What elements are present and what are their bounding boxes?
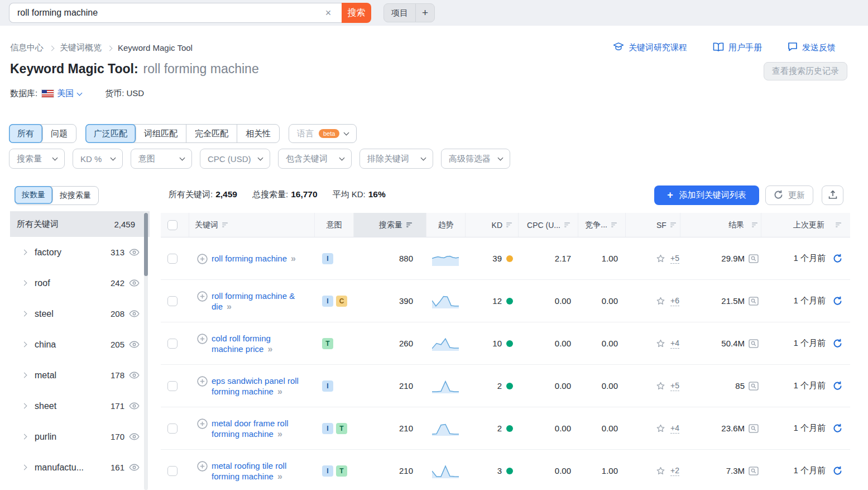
refresh-icon[interactable] xyxy=(833,381,842,391)
expand-keyword-icon[interactable]: » xyxy=(277,387,282,396)
database-select[interactable]: 美国 xyxy=(57,88,81,99)
star-icon[interactable] xyxy=(656,382,665,391)
sort-icon[interactable] xyxy=(611,222,618,228)
sidebar-item-manufactu[interactable]: manufactu...161 xyxy=(10,452,150,483)
tab-完全匹配[interactable]: 完全匹配 xyxy=(186,125,237,142)
keyword-link[interactable]: roll forming machine xyxy=(212,254,287,263)
sidebar-item-metal[interactable]: metal178 xyxy=(10,360,150,391)
sidebar-item-purlin[interactable]: purlin170 xyxy=(10,421,150,452)
sidebar-item-roof[interactable]: roof242 xyxy=(10,268,150,298)
row-checkbox[interactable] xyxy=(167,424,178,434)
refresh-icon[interactable] xyxy=(833,424,842,433)
add-keyword-icon[interactable] xyxy=(197,291,208,302)
breadcrumb-item[interactable]: 信息中心 xyxy=(10,42,44,53)
expand-keyword-icon[interactable]: » xyxy=(277,472,282,481)
row-checkbox[interactable] xyxy=(167,466,178,476)
sf-count-link[interactable]: +2 xyxy=(670,466,679,476)
row-checkbox[interactable] xyxy=(167,339,178,349)
column-header-4[interactable]: 趋势 xyxy=(426,213,465,237)
sf-count-link[interactable]: +4 xyxy=(670,339,679,349)
filter-dropdown[interactable]: CPC (USD) xyxy=(200,149,270,169)
project-button[interactable]: 项目 xyxy=(384,4,416,22)
serp-icon[interactable] xyxy=(749,382,759,391)
star-icon[interactable] xyxy=(656,254,665,263)
serp-icon[interactable] xyxy=(749,467,759,475)
serp-icon[interactable] xyxy=(749,339,759,348)
add-to-keyword-list-button[interactable]: + 添加到关键词列表 xyxy=(654,185,759,205)
tab-所有[interactable]: 所有 xyxy=(9,124,43,143)
sidebar-toggle-按搜索量[interactable]: 按搜索量 xyxy=(52,187,98,204)
refresh-icon[interactable] xyxy=(833,254,842,263)
filter-dropdown[interactable]: KD % xyxy=(73,149,123,169)
star-icon[interactable] xyxy=(656,467,665,475)
eye-icon[interactable] xyxy=(129,341,140,348)
star-icon[interactable] xyxy=(656,424,665,433)
column-header-6[interactable]: CPC (U... xyxy=(518,213,578,237)
star-icon[interactable] xyxy=(656,339,665,348)
tab-问题[interactable]: 问题 xyxy=(42,125,76,142)
refresh-icon[interactable] xyxy=(833,466,842,475)
sort-icon[interactable] xyxy=(222,222,229,228)
add-project-button[interactable]: + xyxy=(416,4,434,22)
filter-dropdown[interactable]: 包含关键词 xyxy=(278,149,352,169)
sidebar-scrollbar-thumb[interactable] xyxy=(144,213,148,276)
keyword-link[interactable]: metal roofing tile roll forming machine xyxy=(212,461,286,481)
search-history-button[interactable]: 查看搜索历史记录 xyxy=(764,62,847,80)
expand-keyword-icon[interactable]: » xyxy=(277,429,282,439)
filter-dropdown[interactable]: 搜索量 xyxy=(9,149,65,169)
eye-icon[interactable] xyxy=(129,249,140,256)
sf-count-link[interactable]: +4 xyxy=(670,424,679,434)
sf-count-link[interactable]: +6 xyxy=(670,296,679,306)
column-header-1[interactable]: 关键词 xyxy=(189,213,314,237)
clear-search-icon[interactable]: × xyxy=(322,7,334,19)
header-link[interactable]: 发送反馈 xyxy=(788,42,836,53)
sidebar-item-factory[interactable]: factory313 xyxy=(10,237,150,268)
sidebar-item-steel[interactable]: steel208 xyxy=(10,298,150,329)
header-link[interactable]: 关键词研究课程 xyxy=(613,42,687,53)
sidebar-item-sheet[interactable]: sheet171 xyxy=(10,391,150,421)
row-checkbox[interactable] xyxy=(167,296,178,306)
eye-icon[interactable] xyxy=(129,402,140,410)
expand-keyword-icon[interactable]: » xyxy=(267,344,272,354)
sf-count-link[interactable]: +5 xyxy=(670,381,679,391)
expand-keyword-icon[interactable]: » xyxy=(291,254,295,263)
keyword-link[interactable]: cold roll forming machine price xyxy=(212,334,271,354)
add-keyword-icon[interactable] xyxy=(197,461,208,472)
refresh-icon[interactable] xyxy=(833,296,842,306)
column-header-3[interactable]: 搜索量 xyxy=(353,213,426,237)
keyword-link[interactable]: metal door frame roll forming machine xyxy=(212,418,289,439)
sidebar-item-china[interactable]: china205 xyxy=(10,329,150,360)
sort-icon[interactable] xyxy=(564,222,571,228)
column-header-5[interactable]: KD xyxy=(465,213,518,237)
sort-icon[interactable] xyxy=(836,222,842,228)
search-button[interactable]: 搜索 xyxy=(342,3,371,23)
sidebar-toggle-按数量[interactable]: 按数量 xyxy=(15,186,53,204)
add-keyword-icon[interactable] xyxy=(197,376,208,387)
eye-icon[interactable] xyxy=(129,433,140,440)
tab-相关性[interactable]: 相关性 xyxy=(237,125,279,142)
expand-keyword-icon[interactable]: » xyxy=(227,302,231,311)
keyword-link[interactable]: eps sandwich panel roll forming machine xyxy=(212,376,299,396)
row-checkbox[interactable] xyxy=(167,254,178,264)
eye-icon[interactable] xyxy=(129,310,140,317)
column-header-9[interactable]: 结果 xyxy=(680,213,761,237)
eye-icon[interactable] xyxy=(129,464,140,471)
column-header-2[interactable]: 意图 xyxy=(314,213,353,237)
select-all-checkbox[interactable] xyxy=(167,220,178,230)
star-icon[interactable] xyxy=(656,297,665,306)
keyword-link[interactable]: roll forming machine & die xyxy=(212,291,295,311)
header-link[interactable]: 用户手册 xyxy=(713,42,762,53)
sort-icon[interactable] xyxy=(506,222,513,228)
serp-icon[interactable] xyxy=(749,424,759,433)
column-header-10[interactable]: 上次更新 xyxy=(761,213,850,237)
row-checkbox[interactable] xyxy=(167,381,178,391)
filter-dropdown[interactable]: 意图 xyxy=(131,149,192,169)
update-button[interactable]: 更新 xyxy=(765,185,813,205)
breadcrumb-item[interactable]: 关键词概览 xyxy=(60,42,102,53)
filter-dropdown[interactable]: 高级筛选器 xyxy=(441,149,510,169)
column-header-7[interactable]: 竞争... xyxy=(578,213,625,237)
sidebar-all-keywords-row[interactable]: 所有关键词 2,459 xyxy=(10,211,150,237)
export-button[interactable] xyxy=(822,185,843,205)
add-keyword-icon[interactable] xyxy=(197,418,208,429)
sf-count-link[interactable]: +5 xyxy=(670,254,679,264)
